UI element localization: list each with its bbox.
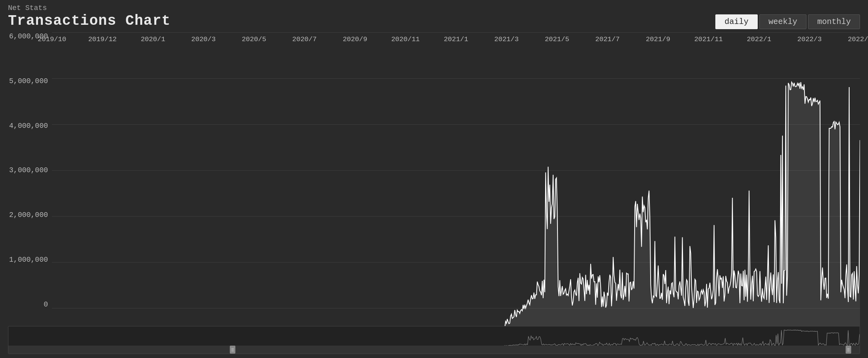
chart-svg bbox=[52, 32, 860, 328]
x-axis-label: 2021/7 bbox=[595, 36, 620, 43]
daily-button[interactable]: daily bbox=[715, 14, 758, 29]
chart-area: 6,000,0005,000,0004,000,0003,000,0002,00… bbox=[8, 32, 860, 324]
title-area: Net Stats Transactions Chart bbox=[8, 4, 171, 29]
main-container: Net Stats Transactions Chart daily weekl… bbox=[0, 0, 868, 358]
x-axis: 2019/102019/122020/12020/32020/52020/720… bbox=[52, 32, 860, 48]
x-axis-label: 2022/5 bbox=[848, 36, 868, 43]
x-axis-label: 2019/10 bbox=[38, 36, 66, 43]
y-axis: 6,000,0005,000,0004,000,0003,000,0002,00… bbox=[8, 32, 52, 324]
page-title: Transactions Chart bbox=[8, 13, 171, 29]
x-axis-label: 2020/3 bbox=[191, 36, 216, 43]
y-axis-label: 3,000,000 bbox=[8, 166, 52, 174]
chart-plot: 2019/102019/122020/12020/32020/52020/720… bbox=[52, 32, 860, 324]
header: Net Stats Transactions Chart daily weekl… bbox=[8, 4, 860, 29]
mini-chart-svg bbox=[8, 326, 860, 347]
subtitle: Net Stats bbox=[8, 4, 171, 12]
scrollbar-area[interactable] bbox=[8, 326, 860, 354]
chart-wrapper: 6,000,0005,000,0004,000,0003,000,0002,00… bbox=[8, 32, 860, 354]
y-axis-label: 1,000,000 bbox=[8, 256, 52, 264]
scrollbar-handle-left[interactable] bbox=[230, 346, 235, 354]
x-axis-label: 2021/1 bbox=[444, 36, 468, 43]
x-axis-label: 2020/9 bbox=[343, 36, 367, 43]
svg-marker-0 bbox=[52, 82, 860, 328]
x-axis-label: 2021/5 bbox=[545, 36, 569, 43]
x-axis-label: 2019/12 bbox=[88, 36, 117, 43]
y-axis-label: 2,000,000 bbox=[8, 211, 52, 219]
x-axis-label: 2020/11 bbox=[391, 36, 420, 43]
x-axis-label: 2021/3 bbox=[494, 36, 519, 43]
handle-grip-left bbox=[231, 348, 234, 351]
y-axis-label: 4,000,000 bbox=[8, 122, 52, 130]
weekly-button[interactable]: weekly bbox=[759, 14, 806, 29]
x-axis-label: 2020/7 bbox=[292, 36, 317, 43]
y-axis-label: 0 bbox=[8, 300, 52, 308]
x-axis-label: 2022/1 bbox=[747, 36, 771, 43]
x-axis-label: 2022/3 bbox=[797, 36, 822, 43]
handle-grip-right bbox=[847, 348, 850, 351]
x-axis-label: 2020/1 bbox=[141, 36, 165, 43]
monthly-button[interactable]: monthly bbox=[808, 14, 860, 29]
x-axis-label: 2021/11 bbox=[694, 36, 723, 43]
y-axis-label: 5,000,000 bbox=[8, 77, 52, 85]
scrollbar-track[interactable] bbox=[8, 346, 860, 354]
time-buttons-group: daily weekly monthly bbox=[715, 14, 860, 29]
scrollbar-handle-right[interactable] bbox=[846, 346, 851, 354]
x-axis-label: 2020/5 bbox=[242, 36, 266, 43]
x-axis-label: 2021/9 bbox=[646, 36, 670, 43]
